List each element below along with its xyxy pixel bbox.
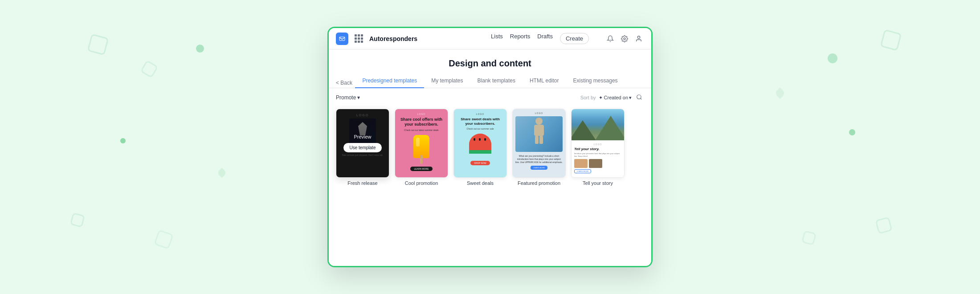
tab-existing-messages[interactable]: Existing messages (566, 74, 625, 88)
featured-image (515, 116, 563, 152)
svg-point-3 (637, 36, 640, 38)
tab-html-editor[interactable]: HTML editor (523, 74, 566, 88)
navbar: Autoresponders Lists Reports Drafts Crea… (329, 28, 651, 49)
template-label-featured: Featured promotion (518, 180, 560, 186)
template-card-fresh-release[interactable]: LOGO Fresh New arrivals just dropped. Do… (336, 109, 389, 261)
bell-icon[interactable] (605, 33, 616, 44)
story-thumb-1 (574, 159, 588, 168)
template-card-featured-promotion[interactable]: LOGO What a (512, 109, 566, 261)
template-card-sweet-deals[interactable]: LOGO Share sweet deals with your subscri… (453, 109, 507, 261)
browser-window: Feedback Live FAQ Autoresponders Lists R… (327, 27, 653, 267)
main-content: < Back Design and content Predesigned te… (329, 49, 651, 266)
popsicle-image (412, 135, 430, 164)
story-thumb-2 (589, 159, 602, 168)
template-card-cool-promotion[interactable]: LOGO Share cool offers with your subscri… (395, 109, 448, 261)
sweet-title: Share sweet deals with your subscribers. (457, 117, 504, 126)
nav-link-lists[interactable]: Lists (491, 33, 503, 44)
page-header: Design and content (329, 49, 651, 74)
sweet-cta-button[interactable]: SHOP NOW (470, 161, 490, 165)
template-card-tell-story[interactable]: LOGO Tell your story. Introduce your pro… (571, 109, 625, 261)
grid-icon[interactable] (354, 33, 364, 44)
settings-icon[interactable] (619, 33, 630, 44)
filter-label: Promote (336, 94, 356, 101)
user-icon[interactable] (633, 33, 644, 44)
template-tabs: Predesigned templates My templates Blank… (329, 74, 651, 88)
sort-button[interactable]: ✦ Created on ▾ (599, 95, 632, 101)
search-button[interactable] (634, 93, 644, 102)
watermelon-image (469, 134, 491, 158)
tab-predesigned[interactable]: Predesigned templates (355, 74, 424, 88)
cool-subtitle: Check out our latest summer deals (404, 129, 438, 131)
nav-logo (336, 33, 348, 45)
featured-btn-row: LEARN MORE (531, 166, 547, 170)
use-template-button[interactable]: Use template (343, 143, 382, 152)
featured-body-text: What are you promoting? Include a short … (515, 155, 563, 164)
story-body-text: Introduce your promotion here that plays… (574, 152, 621, 157)
template-preview-fresh-release[interactable]: LOGO Fresh New arrivals just dropped. Do… (336, 109, 389, 178)
promote-filter-button[interactable]: Promote ▾ (336, 94, 360, 101)
create-button[interactable]: Create (560, 33, 589, 44)
template-preview-sweet-deals[interactable]: LOGO Share sweet deals with your subscri… (453, 109, 507, 178)
story-content: LOGO Tell your story. Introduce your pro… (572, 140, 624, 177)
nav-links: Lists Reports Drafts Create (491, 33, 589, 44)
cool-cta-button[interactable]: LEARN MORE (410, 167, 432, 171)
nav-link-drafts[interactable]: Drafts (537, 33, 553, 44)
story-thumbnails (574, 159, 621, 168)
cool-logo: LOGO (417, 113, 425, 115)
sweet-logo: LOGO (476, 113, 484, 115)
live-faq-tab[interactable]: Live FAQ (327, 165, 329, 179)
template-label-fresh: Fresh release (347, 180, 377, 186)
nav-icons (605, 33, 644, 44)
svg-point-4 (637, 94, 641, 98)
sort-area: Sort by ✦ Created on ▾ (580, 93, 644, 102)
app-title: Autoresponders (369, 35, 417, 42)
preview-text: Preview (354, 134, 371, 139)
svg-point-2 (624, 38, 625, 40)
toolbar: Promote ▾ Sort by ✦ Created on ▾ (329, 88, 651, 105)
nav-link-reports[interactable]: Reports (510, 33, 531, 44)
template-label-cool: Cool promotion (405, 180, 438, 186)
story-photo (572, 109, 624, 140)
template-preview-tell-story[interactable]: LOGO Tell your story. Introduce your pro… (571, 109, 625, 178)
hover-overlay[interactable]: Preview Use template (336, 109, 389, 177)
sort-label: ✦ Created on (599, 95, 628, 101)
featured-logo: LOGO (535, 112, 543, 114)
template-preview-cool-promotion[interactable]: LOGO Share cool offers with your subscri… (395, 109, 448, 178)
tab-blank-templates[interactable]: Blank templates (470, 74, 523, 88)
template-label-sweet: Sweet deals (467, 180, 494, 186)
sort-prefix: Sort by (580, 95, 596, 100)
story-logo: LOGO (574, 143, 621, 146)
story-title: Tell your story. (574, 147, 621, 151)
templates-grid: LOGO Fresh New arrivals just dropped. Do… (329, 105, 651, 266)
sort-arrow-icon: ▾ (629, 95, 632, 101)
template-preview-featured-promotion[interactable]: LOGO What a (512, 109, 566, 178)
sweet-subtitle: Check out our summer sale (466, 127, 494, 130)
tab-my-templates[interactable]: My templates (424, 74, 470, 88)
filter-arrow-icon: ▾ (357, 94, 360, 101)
story-cta-button[interactable]: LEARN MORE (574, 169, 591, 173)
page-title: Design and content (329, 58, 651, 69)
template-label-story: Tell your story (583, 180, 613, 186)
back-link[interactable]: < Back (336, 80, 352, 86)
featured-cta-button[interactable]: LEARN MORE (531, 166, 547, 170)
cool-title: Share cool offers with your subscribers. (398, 117, 445, 127)
